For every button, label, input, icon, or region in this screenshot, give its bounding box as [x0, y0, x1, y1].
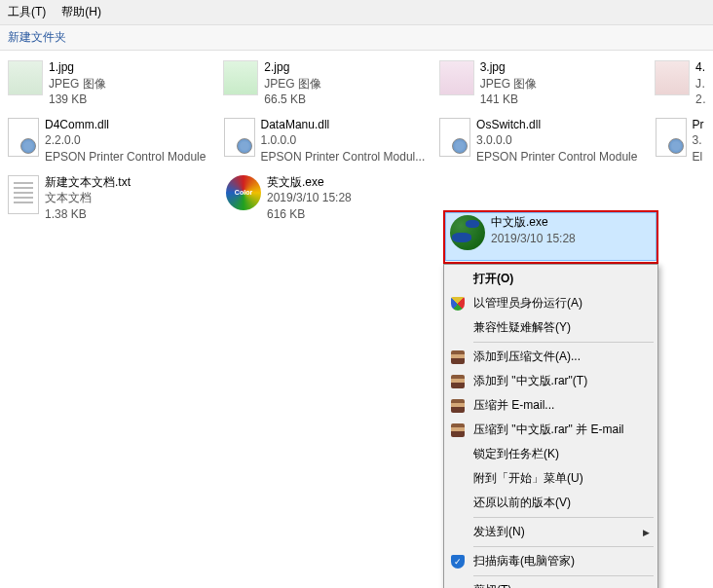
file-type: JPEG 图像 [49, 77, 106, 92]
file-name: 1.jpg [49, 60, 106, 76]
file-type: JP [695, 77, 705, 92]
file-version: 1.0.0.0 [261, 133, 426, 149]
archive-icon [450, 349, 466, 365]
menu-compatibility[interactable]: 兼容性疑难解答(Y) [446, 315, 656, 340]
file-item[interactable]: 2.jpg JPEG 图像 66.5 KB [219, 58, 434, 116]
file-item-selected[interactable]: 中文版.exe 2019/3/10 15:28 [445, 212, 657, 261]
file-name: 中文版.exe [491, 215, 576, 231]
menu-open[interactable]: 打开(O) [446, 267, 656, 291]
menu-help[interactable]: 帮助(H) [61, 4, 101, 20]
dll-icon [224, 118, 255, 157]
file-item[interactable]: 3.jpg JPEG 图像 141 KB [435, 58, 651, 116]
menu-cut[interactable]: 剪切(T) [446, 578, 656, 588]
file-type: 文本文档 [45, 191, 131, 206]
file-item[interactable]: Color 英文版.exe 2019/3/10 15:28 616 KB [222, 173, 440, 231]
file-type: JPEG 图像 [264, 77, 321, 92]
file-item[interactable]: OsSwitch.dll 3.0.0.0 EPSON Printer Contr… [435, 116, 652, 173]
shield-icon [450, 296, 466, 312]
file-version: 3.0.0.0 [476, 133, 637, 149]
menu-separator [473, 546, 654, 547]
exe-color-icon: Color [226, 175, 261, 210]
menu-pin-taskbar[interactable]: 锁定到任务栏(K) [446, 442, 656, 466]
file-size: 1.38 KB [45, 207, 131, 223]
file-name: 2.jpg [264, 60, 321, 76]
file-version: 3. [693, 133, 704, 149]
menu-separator [473, 342, 654, 343]
menu-restore-previous[interactable]: 还原以前的版本(V) [446, 491, 656, 515]
archive-icon [450, 423, 466, 438]
file-description: EPSON Printer Control Module [45, 150, 206, 165]
menu-scan-virus[interactable]: ✓ 扫描病毒(电脑管家) [446, 549, 656, 573]
menu-separator [473, 575, 654, 576]
file-size: 23 [695, 92, 705, 108]
file-item[interactable]: D4Comm.dll 2.2.0.0 EPSON Printer Control… [4, 116, 220, 173]
file-date: 2019/3/10 15:28 [491, 232, 576, 247]
menu-pin-start[interactable]: 附到「开始」菜单(U) [446, 466, 656, 491]
archive-icon [450, 374, 466, 389]
menu-separator [473, 517, 654, 518]
menu-add-archive[interactable]: 添加到压缩文件(A)... [446, 345, 656, 369]
file-name: DataManu.dll [261, 118, 426, 133]
file-version: 2.2.0.0 [45, 133, 206, 149]
file-type: JPEG 图像 [480, 77, 538, 92]
file-description: EPSON Printer Control Modul... [261, 150, 426, 165]
file-name: 新建文本文档.txt [45, 175, 131, 191]
selection-highlight-box: 中文版.exe 2019/3/10 15:28 [443, 210, 658, 264]
menu-tools[interactable]: 工具(T) [8, 4, 46, 20]
menu-add-rar[interactable]: 添加到 "中文版.rar"(T) [446, 369, 656, 393]
file-size: 66.5 KB [264, 92, 321, 108]
dll-icon [656, 118, 687, 157]
context-menu: 打开(O) 以管理员身份运行(A) 兼容性疑难解答(Y) 添加到压缩文件(A).… [443, 264, 658, 588]
jpeg-thumbnail-icon [223, 60, 258, 95]
new-folder-link[interactable]: 新建文件夹 [8, 30, 66, 44]
file-name: 3.jpg [480, 60, 538, 76]
file-item[interactable]: 1.jpg JPEG 图像 139 KB [4, 58, 219, 116]
jpeg-thumbnail-icon [439, 60, 474, 95]
txt-icon [8, 175, 39, 214]
file-size: 139 KB [49, 92, 106, 108]
menu-compress-rar-email[interactable]: 压缩到 "中文版.rar" 并 E-mail [446, 418, 656, 442]
file-item[interactable]: DataManu.dll 1.0.0.0 EPSON Printer Contr… [220, 116, 436, 173]
file-date: 2019/3/10 15:28 [267, 191, 352, 206]
file-item[interactable]: Pr 3. El [652, 116, 709, 173]
chevron-right-icon: ▶ [643, 528, 650, 537]
file-size: 616 KB [267, 207, 352, 223]
file-name: D4Comm.dll [45, 118, 206, 133]
jpeg-thumbnail-icon [655, 60, 690, 95]
shield-check-icon: ✓ [450, 554, 466, 570]
file-name: 4. [695, 60, 705, 76]
file-item[interactable]: 新建文本文档.txt 文本文档 1.38 KB [4, 173, 222, 231]
dll-icon [8, 118, 39, 157]
file-name: Pr [693, 118, 704, 133]
file-size: 141 KB [480, 92, 538, 108]
file-name: OsSwitch.dll [476, 118, 637, 133]
file-description: EPSON Printer Control Module [476, 150, 637, 165]
exe-globe-icon [450, 215, 485, 250]
dll-icon [439, 118, 470, 157]
file-description: El [693, 150, 704, 165]
menu-compress-email[interactable]: 压缩并 E-mail... [446, 393, 656, 418]
menu-send-to[interactable]: 发送到(N) ▶ [446, 520, 656, 544]
archive-icon [450, 398, 466, 414]
menu-run-as-admin[interactable]: 以管理员身份运行(A) [446, 291, 656, 315]
file-item[interactable]: 4. JP 23 [651, 58, 709, 116]
file-name: 英文版.exe [267, 175, 352, 191]
jpeg-thumbnail-icon [8, 60, 43, 95]
